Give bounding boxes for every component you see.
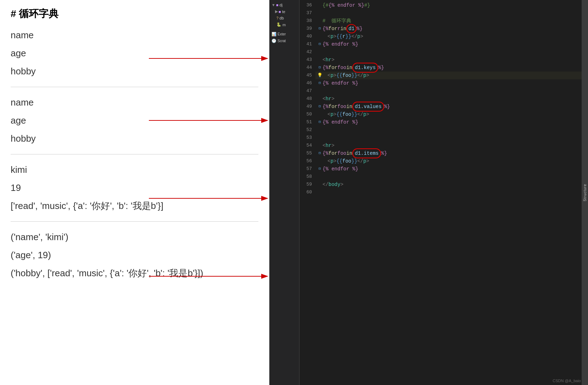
gutter-46: ⊟ bbox=[317, 79, 323, 87]
file-tree-item-exter[interactable]: 📊 Exter bbox=[269, 31, 299, 38]
code-line-46: ⊟ {% endfor %} bbox=[315, 79, 582, 87]
code-line-60 bbox=[315, 188, 582, 196]
gutter-45: 💡 bbox=[317, 72, 323, 79]
item-1-age: age bbox=[11, 44, 258, 62]
structure-panel-label: Structure bbox=[583, 184, 587, 202]
watermark: CSDN @A_baio bbox=[553, 379, 581, 383]
code-line-45: 💡 <p>{{ foo }}</p> bbox=[315, 72, 582, 79]
structure-panel: Structure bbox=[582, 0, 588, 385]
gutter-49: ⊟ bbox=[317, 103, 323, 111]
section-1: # 循环字典 name age hobby bbox=[11, 7, 258, 80]
code-line-57: ⊟ {% endfor %} bbox=[315, 165, 582, 173]
code-line-56: <p>{{ foo }}</p> bbox=[315, 157, 582, 165]
code-line-52 bbox=[315, 126, 582, 134]
code-line-37 bbox=[315, 9, 582, 17]
item-1-name: name bbox=[11, 26, 258, 44]
gutter-57: ⊟ bbox=[317, 165, 323, 173]
code-lines: 36 37 38 39 40 41 42 43 44 45 46 47 48 4… bbox=[299, 0, 582, 385]
gutter-50 bbox=[317, 111, 323, 118]
item-4-name-tuple: ('name', 'kimi') bbox=[11, 228, 258, 246]
code-line-54: <hr> bbox=[315, 142, 582, 149]
file-tree-item-te[interactable]: ▶ ■ te bbox=[269, 8, 299, 15]
file-tree-item-m[interactable]: 🐍 m bbox=[269, 21, 299, 28]
code-area: 36 37 38 39 40 41 42 43 44 45 46 47 48 4… bbox=[299, 0, 582, 385]
item-4-hobby-tuple: ('hobby', ['read', 'music', {'a': '你好', … bbox=[11, 264, 258, 282]
code-line-58 bbox=[315, 173, 582, 181]
gutter-42 bbox=[317, 48, 323, 56]
gutter-59 bbox=[317, 181, 323, 188]
gutter-39: ⊟ bbox=[317, 25, 323, 33]
item-3-hobby-val: ['read', 'music', {'a': '你好', 'b': '我是b'… bbox=[11, 197, 258, 215]
gutter-36 bbox=[317, 1, 323, 9]
file-tree-item-dj[interactable]: ▼ ■ dj bbox=[269, 2, 299, 8]
gutter-48 bbox=[317, 95, 323, 103]
code-line-50: <p>{{ foo }}</p> bbox=[315, 111, 582, 118]
code-line-47 bbox=[315, 87, 582, 95]
code-line-43: <hr> bbox=[315, 56, 582, 64]
editor-body: ▼ ■ dj ▶ ■ te ? db 🐍 m 📊 Exter bbox=[269, 0, 588, 385]
item-2-hobby: hobby bbox=[11, 130, 258, 148]
left-panel: # 循环字典 name age hobby name age hobby kim… bbox=[0, 0, 269, 385]
item-1-hobby: hobby bbox=[11, 62, 258, 80]
code-line-36: {#{% endfor %}#} bbox=[315, 1, 582, 9]
gutter-38 bbox=[317, 17, 323, 25]
code-line-51: ⊟ {% endfor %} bbox=[315, 118, 582, 126]
section-3: kimi 19 ['read', 'music', {'a': '你好', 'b… bbox=[11, 161, 258, 215]
gutter-53 bbox=[317, 134, 323, 142]
right-panel: ▼ ■ dj ▶ ■ te ? db 🐍 m 📊 Exter bbox=[269, 0, 588, 385]
gutter-37 bbox=[317, 9, 323, 17]
code-line-40: <p>{{ r }}</p> bbox=[315, 33, 582, 40]
item-4-age-tuple: ('age', 19) bbox=[11, 246, 258, 264]
code-content: {#{% endfor %}#} # 循环字典 ⊟ {% for r in bbox=[315, 0, 582, 385]
gutter-52 bbox=[317, 126, 323, 134]
code-line-44: ⊟ {% for foo in d1.keys %} bbox=[315, 64, 582, 72]
code-line-38: # 循环字典 bbox=[315, 17, 582, 25]
gutter-44: ⊟ bbox=[317, 64, 323, 72]
code-line-41: ⊟ {% endfor %} bbox=[315, 40, 582, 48]
gutter-41: ⊟ bbox=[317, 40, 323, 48]
gutter-60 bbox=[317, 188, 323, 196]
file-tree-item-scrat[interactable]: 🕐 Scrat bbox=[269, 38, 299, 44]
item-3-kimi: kimi bbox=[11, 161, 258, 179]
section-title-1: # 循环字典 bbox=[11, 7, 258, 21]
gutter-55: ⊟ bbox=[317, 149, 323, 157]
code-line-48: <hr> bbox=[315, 95, 582, 103]
code-line-59: </body> bbox=[315, 181, 582, 188]
code-line-39: ⊟ {% for r in d1 %} bbox=[315, 25, 582, 33]
file-tree-item-db[interactable]: ? db bbox=[269, 15, 299, 21]
code-line-53 bbox=[315, 134, 582, 142]
file-tree: ▼ ■ dj ▶ ■ te ? db 🐍 m 📊 Exter bbox=[269, 0, 299, 385]
code-line-42 bbox=[315, 48, 582, 56]
section-2: name age hobby bbox=[11, 94, 258, 148]
gutter-51: ⊟ bbox=[317, 118, 323, 126]
gutter-56 bbox=[317, 157, 323, 165]
divider-3 bbox=[11, 221, 258, 222]
item-2-name: name bbox=[11, 94, 258, 112]
gutter-54 bbox=[317, 142, 323, 149]
line-numbers: 36 37 38 39 40 41 42 43 44 45 46 47 48 4… bbox=[299, 0, 315, 385]
code-line-55: ⊟ {% for foo in d1.items %} bbox=[315, 149, 582, 157]
gutter-43 bbox=[317, 56, 323, 64]
divider-1 bbox=[11, 87, 258, 87]
section-4: ('name', 'kimi') ('age', 19) ('hobby', [… bbox=[11, 228, 258, 282]
gutter-40 bbox=[317, 33, 323, 40]
divider-2 bbox=[11, 154, 258, 154]
gutter-58 bbox=[317, 173, 323, 181]
item-3-19: 19 bbox=[11, 179, 258, 197]
gutter-47 bbox=[317, 87, 323, 95]
code-line-49: ⊟ {% for foo in d1.values %} bbox=[315, 103, 582, 111]
item-2-age: age bbox=[11, 112, 258, 130]
